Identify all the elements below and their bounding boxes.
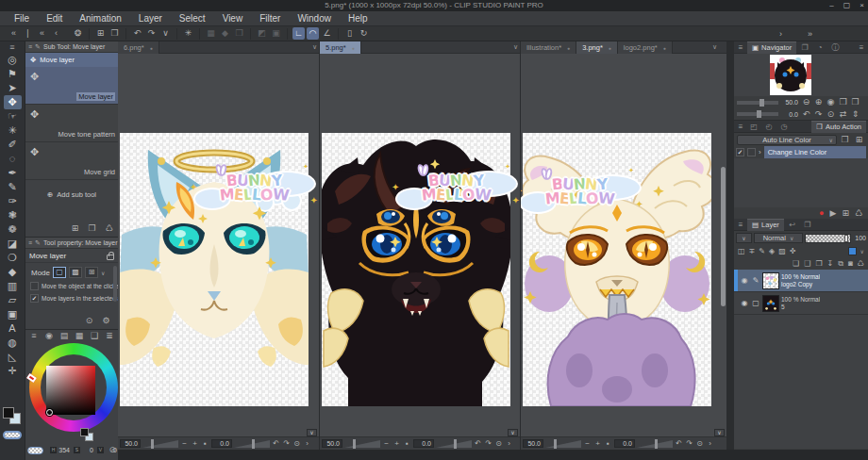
drag-handle-icon[interactable]: ❘ (22, 27, 34, 40)
brush-tool[interactable]: ✑ (4, 194, 22, 208)
color-panel-swatches[interactable] (80, 428, 97, 443)
tool-property-scrollbar[interactable] (113, 266, 117, 302)
layer-row-5[interactable]: ◉ ▢ 100 % Normal 5 (734, 292, 868, 315)
sv-marker[interactable] (46, 409, 53, 416)
checkbox-icon[interactable]: ▢ (751, 299, 760, 307)
zoom-out-button[interactable]: − (180, 437, 189, 450)
layer-row-logo2-copy[interactable]: ◉ ✎ 100 % Normal logo2 Copy (734, 270, 868, 292)
action-enabled-checkbox[interactable]: ✓ (736, 148, 744, 156)
checkbox-unchecked[interactable] (30, 282, 39, 290)
statusbar-more-button[interactable]: › (505, 437, 513, 450)
opacity-slider[interactable] (805, 234, 851, 243)
zoom-slider[interactable] (344, 439, 380, 449)
eye-icon[interactable]: ◉ (740, 299, 749, 307)
zoom-slider[interactable] (142, 439, 178, 449)
doc-tab-logo2-png[interactable]: logo2.png*● (618, 41, 673, 54)
add-action-set-icon[interactable]: ⊞ (853, 134, 865, 146)
zoom-slider[interactable] (545, 439, 581, 449)
layer-thumbnail[interactable] (762, 272, 779, 289)
object-tool[interactable]: ➤ (4, 81, 22, 95)
maximize-button[interactable]: ▢ (843, 0, 851, 11)
correct-line-tool[interactable]: ◺ (4, 350, 22, 364)
document-5png[interactable]: BUNNY MELLOW ✦ ✦ ✦ (322, 133, 510, 406)
scroll-left-icon[interactable]: ‹ (50, 27, 62, 40)
opacity-value[interactable]: 100 (853, 235, 866, 241)
mode-grid-button[interactable]: ⊞ (85, 267, 98, 278)
blend-mode-dropdown[interactable]: Normal ∨ (754, 233, 803, 243)
magic-wand-tool[interactable]: ✳ (4, 123, 22, 138)
layer-thumbnail[interactable] (762, 295, 779, 312)
doc-tab-5-png[interactable]: 5.png*● (320, 41, 361, 54)
zoom-in-icon[interactable]: ⊕ (812, 96, 825, 108)
tool-palette-menu-icon[interactable]: ≡ (0, 41, 25, 53)
checkbox-checked[interactable]: ✓ (30, 294, 39, 303)
navigator-zoom-slider[interactable] (737, 101, 778, 105)
companion-device-icon[interactable]: ▯ (343, 27, 356, 40)
subtool-panel-header[interactable]: ≡ ✎ Sub Tool: Move layer (25, 41, 118, 53)
fill-tool[interactable]: ◆ (4, 265, 22, 279)
eraser-tool[interactable]: ◪ (4, 237, 22, 251)
palette-effect-dropdown[interactable]: ∨ (736, 233, 752, 243)
lock-icon[interactable] (107, 255, 114, 260)
doc-tab-3-png[interactable]: 3.png*● (576, 41, 618, 54)
fit-button[interactable]: ▪ (403, 437, 411, 450)
canvas-vertical-scrollbar[interactable] (721, 167, 726, 306)
close-button[interactable]: × (860, 0, 864, 11)
tab-layer[interactable]: ▤ Layer (747, 219, 784, 231)
decoration-tool[interactable]: ❁ (4, 222, 22, 237)
menu-view[interactable]: View (214, 11, 252, 26)
menu-animation[interactable]: Animation (71, 11, 129, 26)
rotation-slider[interactable] (234, 439, 270, 449)
rotate-right-button[interactable]: ↷ (282, 437, 291, 450)
foreground-color-swatch[interactable] (80, 428, 89, 436)
select-layer-tool[interactable]: ✛ (4, 364, 22, 378)
color-slider-tab-icon[interactable]: ▤ (59, 330, 69, 342)
color-set-tab-icon[interactable]: ▦ (75, 330, 84, 342)
tool-property-header[interactable]: ≡ ✎ Tool property: Move layer (25, 238, 118, 249)
collapse-panel-icon[interactable]: « (36, 27, 48, 40)
panel-menu-icon[interactable]: ≡ (736, 123, 745, 131)
menu-window[interactable]: Window (289, 11, 340, 26)
document-6png[interactable]: BUNNY MELLOW ✦ ✦ ✦ (120, 133, 309, 406)
reset-rotation-button[interactable]: ⊙ (494, 437, 503, 450)
delete-subtool-icon[interactable]: ♺ (103, 222, 115, 235)
canvas-viewport[interactable]: BUNNY MELLOW ✦ ✦ ✦ (521, 54, 726, 436)
snap-to-grid-icon[interactable]: ∠ (321, 27, 333, 40)
checkbox-move-object[interactable]: Move the object at the clicked po (25, 280, 118, 292)
subtool-item-move-layer[interactable]: ✥ Move layer (25, 67, 118, 105)
menu-filter[interactable]: Filter (251, 11, 289, 26)
layer-color-chip[interactable] (848, 247, 857, 255)
transparent-color-button[interactable] (27, 447, 43, 454)
action-row-change-line-color[interactable]: ✓ › Change Line Color (734, 146, 868, 158)
snap-to-ruler-icon[interactable]: ∟ (292, 27, 305, 40)
lock-transparent-pixels-icon[interactable]: ▨ (778, 245, 786, 257)
subtool-item-move-tone-pattern[interactable]: ✥ Move tone pattern (25, 105, 118, 142)
mode-tone-button[interactable]: ▩ (69, 267, 82, 278)
history-panel-tab-icon[interactable]: ◷ (777, 123, 791, 131)
delete-action-button[interactable]: ♺ (855, 207, 862, 220)
menu-file[interactable]: File (6, 11, 38, 26)
panel-menu-icon[interactable]: ≡ (28, 239, 32, 246)
move-layer-tool[interactable]: ✥ (4, 95, 22, 109)
combine-with-lower-layer-icon[interactable]: ⧉ (838, 257, 843, 270)
reset-display-icon[interactable]: ↻ (358, 27, 370, 40)
item-panel-tab-icon[interactable]: ◴ (762, 123, 776, 131)
print-size-icon[interactable]: ❐ (849, 96, 861, 108)
rotation-value[interactable]: 0.0 (413, 439, 434, 448)
subview-panel-tab-icon[interactable]: ◰ (747, 123, 760, 131)
information-tab-icon[interactable]: ⓘ (828, 42, 842, 53)
rotate-left-button[interactable]: ↶ (675, 437, 683, 450)
navigator-thumbnail[interactable] (770, 55, 811, 95)
draw-on-layer-icon[interactable]: ✎ (759, 245, 765, 257)
actual-pixels-icon[interactable]: ❒ (837, 96, 849, 108)
rotate-left-icon[interactable]: ↶ (800, 108, 812, 121)
color-wheel-tab-icon[interactable]: ◉ (44, 330, 54, 342)
add-subtool-icon[interactable]: ⊞ (69, 222, 81, 235)
rotation-slider[interactable] (637, 439, 673, 449)
tab-close-dot[interactable]: ● (663, 45, 666, 51)
history-tab-icon[interactable]: ≣ (105, 330, 114, 342)
panel-menu-icon[interactable]: ≡ (736, 221, 745, 229)
expand-arrow-icon[interactable]: › (759, 148, 761, 156)
menu-layer[interactable]: Layer (130, 11, 171, 26)
zoom-value[interactable]: 50.0 (120, 439, 141, 448)
